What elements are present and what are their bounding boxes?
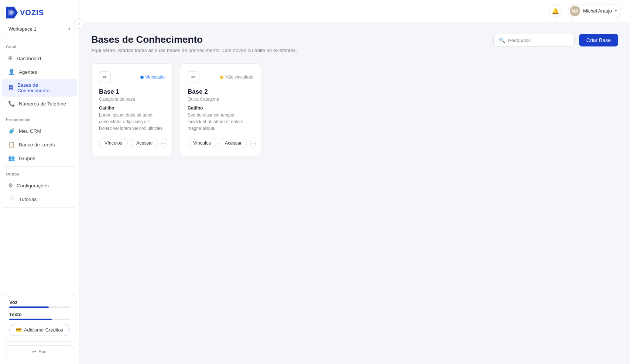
page-content: Bases de Conhecimento Aqui serão listada… [79, 22, 630, 364]
tutoriais-icon: 📄 [8, 196, 15, 202]
more-options-button[interactable]: ⋯ [161, 138, 167, 149]
avatar-initials: MA [572, 8, 579, 14]
sidebar-section-ferramentas: Ferramentas🧳Meu CRM📋Banco de Leads👥Grupo… [0, 114, 79, 167]
logout-button[interactable]: ↩ Sair [4, 345, 75, 358]
sidebar-item-label-configs: Configurações [17, 183, 49, 188]
status-dot [220, 76, 223, 79]
sidebar-item-grupos[interactable]: 👥Grupos [2, 152, 77, 165]
vinculos-button[interactable]: Vínculos [99, 138, 128, 148]
telefone-icon: 📞 [8, 100, 15, 107]
logo-area: VOZIS [0, 0, 79, 23]
logout-icon: ↩ [32, 349, 36, 354]
cards-grid: ✏VinculadoBase 1Categoria da baseGatilho… [91, 63, 618, 156]
voz-bar-track [9, 306, 70, 308]
sidebar-item-configs[interactable]: ⚙Configurações [2, 179, 77, 192]
more-options-button[interactable]: ⋯ [250, 138, 256, 149]
card-base2: ✏Não vinculadoBase 2Outra CategoriaGatil… [180, 63, 261, 156]
vinculos-button[interactable]: Vínculos [188, 138, 216, 148]
workspace-label: Workspace 1 [8, 26, 37, 32]
sidebar-item-dashboard[interactable]: ⊞Dashboard [2, 52, 77, 65]
sidebar-divider [4, 112, 75, 112]
sidebar-section-label: Outros [0, 168, 79, 178]
user-chevron-icon: ▾ [615, 8, 617, 13]
sidebar-item-label-leads: Banco de Leads [19, 142, 55, 148]
sidebar-item-agentes[interactable]: 👤Agentes [2, 65, 77, 79]
user-menu[interactable]: MA Michel Araujo ▾ [568, 4, 621, 18]
sidebar-item-tutoriais[interactable]: 📄Tutorias [2, 193, 77, 206]
search-box: 🔍 [493, 34, 575, 46]
card-top-row: ✏Vinculado [99, 71, 165, 83]
criar-base-button[interactable]: Criar Base [579, 34, 618, 46]
notifications-button[interactable]: 🔔 [549, 4, 562, 18]
add-credits-button[interactable]: 💳 Adicionar Créditos [9, 324, 70, 336]
gatilho-label: Gatilho [188, 105, 253, 111]
add-credits-label: Adicionar Créditos [24, 327, 63, 333]
sidebar-section-label: Geral [0, 41, 79, 51]
crm-icon: 🧳 [8, 128, 15, 134]
card-edit-icon[interactable]: ✏ [99, 71, 111, 83]
gatilho-text: Sed do eiusmod tempor incididunt ut labo… [188, 112, 253, 132]
card-category: Outra Categoria [188, 97, 253, 102]
sidebar-item-label-crm: Meu CRM [19, 128, 41, 134]
voz-label: Voz [9, 299, 70, 305]
sidebar-item-crm[interactable]: 🧳Meu CRM [2, 124, 77, 138]
credits-box: Voz Texto 💳 Adicionar Créditos [4, 294, 75, 342]
sidebar-toggle-button[interactable]: ‹ [74, 18, 84, 29]
sidebar-item-label-bases: Bases de Conhecimento [17, 82, 71, 93]
page-header-left: Bases de Conhecimento Aqui serão listada… [91, 34, 297, 53]
sidebar-item-label-agentes: Agentes [19, 69, 37, 75]
top-header: 🔔 MA Michel Araujo ▾ [79, 0, 630, 22]
card-status: Vinculado [140, 74, 165, 80]
logo-text: VOZIS [20, 8, 44, 17]
card-top-row: ✏Não vinculado [188, 71, 253, 83]
status-text: Vinculado [145, 74, 165, 80]
logo-icon [6, 7, 18, 18]
main-content: 🔔 MA Michel Araujo ▾ Bases de Conhecimen… [79, 0, 630, 364]
sidebar-section-outros: Outros⚙Configurações📄Tutorias [0, 168, 79, 208]
sidebar-bottom: Voz Texto 💳 Adicionar Créditos ↩ Sair [0, 288, 79, 364]
workspace-selector[interactable]: Workspace 1 ▾ [4, 23, 75, 35]
sidebar-item-leads[interactable]: 📋Banco de Leads [2, 138, 77, 151]
configs-icon: ⚙ [8, 182, 13, 189]
texto-label: Texto [9, 312, 70, 317]
page-title: Bases de Conhecimento [91, 34, 297, 45]
sidebar-item-label-grupos: Grupos [19, 156, 35, 161]
sidebar: ‹ VOZIS Workspace 1 ▾ Geral⊞Dashboard👤Ag… [0, 0, 79, 364]
acessar-button[interactable]: Acessar [219, 138, 247, 148]
sidebar-item-bases[interactable]: 🗄Bases de Conhecimento [2, 79, 77, 97]
search-input[interactable] [508, 38, 569, 43]
sidebar-item-label-telefone: Números de Telefone [19, 101, 66, 107]
logout-label: Sair [38, 349, 47, 354]
search-icon: 🔍 [499, 37, 505, 43]
sidebar-divider [4, 166, 75, 167]
leads-icon: 📋 [8, 141, 15, 148]
bases-icon: 🗄 [8, 85, 14, 91]
card-actions: VínculosAcessar⋯ [188, 138, 253, 149]
card-name: Base 1 [99, 88, 165, 96]
gatilho-label: Gatilho [99, 105, 165, 111]
card-name: Base 2 [188, 88, 253, 96]
card-actions: VínculosAcessar⋯ [99, 138, 165, 149]
sidebar-section-geral: Geral⊞Dashboard👤Agentes🗄Bases de Conheci… [0, 41, 79, 112]
voz-bar-fill [9, 306, 49, 308]
card-base1: ✏VinculadoBase 1Categoria da baseGatilho… [91, 63, 172, 156]
avatar: MA [570, 6, 580, 16]
page-header: Bases de Conhecimento Aqui serão listada… [91, 34, 618, 53]
sidebar-item-label-dashboard: Dashboard [17, 56, 41, 61]
agentes-icon: 👤 [8, 69, 15, 75]
texto-bar-track [9, 319, 70, 320]
card-edit-icon[interactable]: ✏ [188, 71, 199, 83]
page-header-right: 🔍 Criar Base [493, 34, 618, 46]
acessar-button[interactable]: Acessar [131, 138, 158, 148]
grupos-icon: 👥 [8, 155, 15, 162]
sidebar-section-label: Ferramentas [0, 114, 79, 124]
status-text: Não vinculado [225, 74, 253, 80]
dashboard-icon: ⊞ [8, 55, 13, 62]
sidebar-item-telefone[interactable]: 📞Números de Telefone [2, 97, 77, 110]
sidebar-divider [4, 207, 75, 208]
workspace-chevron-icon: ▾ [68, 27, 71, 31]
texto-bar-fill [9, 319, 52, 320]
card-status: Não vinculado [220, 74, 253, 80]
sidebar-item-label-tutoriais: Tutorias [19, 197, 37, 202]
status-dot [140, 76, 144, 79]
